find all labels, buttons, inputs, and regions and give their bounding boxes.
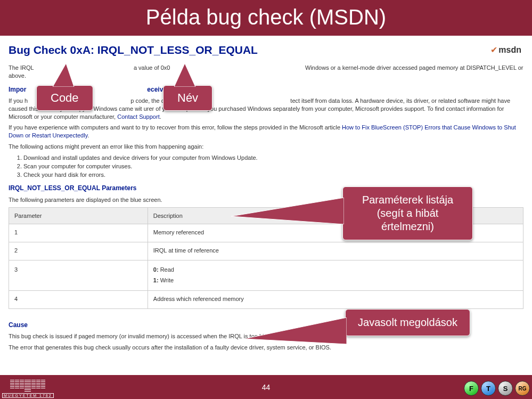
intro-paragraph: The IRQL xxxxxxxxxxxxxxxxxxxxxxxxxxxxxxx… <box>9 64 523 80</box>
list-item: Download and install updates and device … <box>23 154 523 162</box>
svg-marker-2 <box>231 198 344 224</box>
list-item: Scan your computer for computer viruses. <box>23 162 523 170</box>
table-row: 3 0: Read 1: Write <box>9 260 523 291</box>
slide-title: Példa bug check (MSDN) <box>0 0 532 36</box>
badge-t-icon: T <box>481 381 496 396</box>
swoosh-icon: ✔ <box>490 45 497 54</box>
table-header: Parameter <box>9 207 148 224</box>
callout-code: Code <box>36 85 93 111</box>
callout-solutions: Javasolt megoldások <box>345 309 470 336</box>
cause-text-2: The error that generates this bug check … <box>9 344 523 352</box>
callout-name: Név <box>163 85 212 111</box>
steps-list: Download and install updates and device … <box>23 154 523 179</box>
footer-badges: F T S RG <box>464 381 530 396</box>
badge-rg-icon: RG <box>515 381 530 396</box>
table-row: 2IRQL at time of reference <box>9 242 523 260</box>
table-row: 4Address which referenced memory <box>9 290 523 308</box>
bme-logo: MŰEGYETEM 1782 <box>2 380 54 398</box>
msdn-logo: ✔msdn <box>490 45 521 55</box>
svg-marker-1 <box>174 63 195 87</box>
svg-marker-0 <box>53 63 74 87</box>
list-item: Check your hard disk for errors. <box>23 171 523 179</box>
callout-pointer-icon <box>231 198 344 224</box>
callout-pointer-icon <box>53 63 85 87</box>
prevent-line: The following actions might prevent an e… <box>9 143 523 151</box>
callout-pointer-icon <box>174 63 206 87</box>
article-heading: Bug Check 0xA: IRQL_NOT_LESS_OR_EQUAL <box>9 44 526 56</box>
page-number: 44 <box>262 383 271 392</box>
svg-marker-3 <box>244 317 347 344</box>
badge-s-icon: S <box>498 381 513 396</box>
callout-pointer-icon <box>244 317 347 344</box>
experience-paragraph: If you have experience with computers an… <box>9 124 523 140</box>
contact-support-link[interactable]: Contact Support <box>117 113 160 120</box>
callout-parameters: Paraméterek listája (segít a hibát értel… <box>342 186 473 240</box>
slide-footer: MŰEGYETEM 1782 44 F T S RG <box>0 375 532 399</box>
badge-f-icon: F <box>464 381 479 396</box>
